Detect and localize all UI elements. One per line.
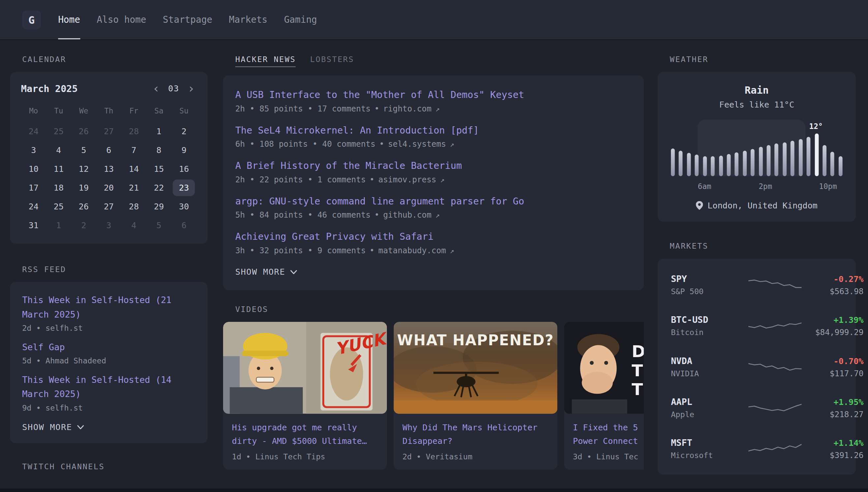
weather-bar xyxy=(831,152,834,176)
calendar-next-icon[interactable]: › xyxy=(186,84,196,94)
svg-text:T: T xyxy=(632,379,643,399)
calendar-day: 28 xyxy=(121,122,146,141)
rss-item-meta: 5d • Ahmad Shadeed xyxy=(22,356,195,365)
rss-item-title[interactable]: This Week in Self-Hosted (21 March 2025) xyxy=(22,293,195,322)
twitch-section-label: TWITCH CHANNELS xyxy=(10,462,208,471)
news-item-title[interactable]: argp: GNU-style command line argument pa… xyxy=(235,194,632,208)
rss-show-more-button[interactable]: SHOW MORE xyxy=(22,422,195,432)
market-row[interactable]: NVDANVIDIA-0.70%$117.70 xyxy=(671,346,843,387)
news-tab-lobsters[interactable]: LOBSTERS xyxy=(310,55,354,67)
calendar-weekday: We xyxy=(71,103,96,118)
calendar-day: 3 xyxy=(96,216,121,235)
calendar-day: 22 xyxy=(146,178,172,197)
rss-widget: This Week in Self-Hosted (21 March 2025)… xyxy=(10,282,208,443)
weather-location: London, United Kingdom xyxy=(708,200,818,211)
app-logo[interactable]: G xyxy=(22,10,41,29)
market-ticker: AAPL xyxy=(671,397,748,407)
calendar-day: 2 xyxy=(172,122,196,141)
video-title[interactable]: His upgrade got me reallydirty - AMD $50… xyxy=(232,421,378,448)
weather-bar xyxy=(727,154,731,176)
calendar-prev-icon[interactable]: ‹ xyxy=(151,84,161,94)
news-tab-hacker-news[interactable]: HACKER NEWS xyxy=(235,55,296,67)
calendar-weekday: Fr xyxy=(121,103,146,118)
rss-item-title[interactable]: This Week in Self-Hosted (14 March 2025) xyxy=(22,373,195,402)
market-ticker-block: MSFTMicrosoft xyxy=(671,438,748,460)
market-sparkline xyxy=(748,357,801,376)
calendar-weekday: Sa xyxy=(146,103,172,118)
market-row[interactable]: AAPLApple+1.95%$218.27 xyxy=(671,387,843,428)
weather-chart: 12° xyxy=(670,123,844,176)
weather-section-label: WEATHER xyxy=(658,55,856,64)
markets-widget: SPYS&P 500-0.27%$563.98BTC-USDBitcoin+1.… xyxy=(658,259,856,474)
market-change: +1.14% xyxy=(801,438,863,448)
calendar-day: 27 xyxy=(96,122,121,141)
market-values: +1.14%$391.26 xyxy=(801,438,863,460)
calendar-day: 5 xyxy=(146,216,172,235)
calendar-header: March 2025 ‹ 03 › xyxy=(21,83,196,94)
video-title[interactable]: I Fixed the 5Power Connect xyxy=(573,421,644,448)
nav-tab-gaming[interactable]: Gaming xyxy=(276,0,325,39)
top-nav: G HomeAlso homeStartpageMarketsGaming xyxy=(0,0,868,40)
nav-tab-also-home[interactable]: Also home xyxy=(88,0,155,39)
market-row[interactable]: MSFTMicrosoft+1.14%$391.26 xyxy=(671,428,843,469)
news-item-source[interactable]: righto.com xyxy=(383,104,432,113)
market-price: $391.26 xyxy=(801,451,863,460)
market-change: -0.27% xyxy=(801,274,863,284)
weather-bar xyxy=(719,155,723,176)
nav-tab-markets[interactable]: Markets xyxy=(221,0,276,39)
video-thumbnail: YUCK xyxy=(223,322,387,414)
weather-bar xyxy=(679,151,683,176)
external-link-icon: ↗ xyxy=(450,140,454,148)
news-item-meta: 2h • 22 points • 1 comments•asimov.press… xyxy=(235,175,632,184)
calendar-title: March 2025 xyxy=(21,83,78,94)
news-item-title[interactable]: The SeL4 Microkernel: An Introduction [p… xyxy=(235,123,632,138)
market-values: +1.95%$218.27 xyxy=(801,397,863,419)
news-item-source[interactable]: sel4.systems xyxy=(388,140,446,148)
calendar-day: 30 xyxy=(172,197,196,216)
news-item-title[interactable]: A Brief History of the Miracle Bacterium xyxy=(235,158,632,173)
weather-bars xyxy=(670,123,844,176)
chevron-down-icon xyxy=(290,270,297,274)
calendar-day: 24 xyxy=(21,197,46,216)
calendar-day: 6 xyxy=(172,216,196,235)
rss-item-meta: 2d • selfh.st xyxy=(22,323,195,333)
market-name: S&P 500 xyxy=(671,287,748,296)
news-item-source[interactable]: github.com xyxy=(383,211,432,219)
news-item-source[interactable]: matanabudy.com xyxy=(378,246,446,255)
video-card[interactable]: WHAT HAPPENED? Why Did The Mars Helicopt… xyxy=(393,322,557,470)
video-card[interactable]: DOTHT I Fixed the 5Power Connect3d • Lin… xyxy=(564,322,644,470)
calendar-day: 29 xyxy=(146,197,172,216)
rss-item-meta: 9d • selfh.st xyxy=(22,403,195,412)
weather-bar xyxy=(783,142,787,176)
news-items: A USB Interface to the "Mother of All De… xyxy=(235,88,632,254)
dashboard: CALENDAR March 2025 ‹ 03 › MoTuWeThFrSaS… xyxy=(0,40,868,479)
nav-tab-startpage[interactable]: Startpage xyxy=(155,0,221,39)
current-temp-label: 12° xyxy=(809,122,823,131)
calendar-weekday: Tu xyxy=(46,103,71,118)
market-sparkline xyxy=(748,316,801,335)
market-name: NVIDIA xyxy=(671,369,748,378)
calendar-nav: ‹ 03 › xyxy=(151,84,197,94)
weather-axis: 6am2pm10pm xyxy=(670,182,844,192)
markets-section-label: MARKETS xyxy=(658,241,856,250)
video-title[interactable]: Why Did The Mars HelicopterDisappear? xyxy=(402,421,548,448)
video-card[interactable]: YUCK His upgrade got me reallydirty - AM… xyxy=(223,322,387,470)
market-row[interactable]: SPYS&P 500-0.27%$563.98 xyxy=(671,264,843,305)
news-item-title[interactable]: Achieving Great Privacy with Safari xyxy=(235,229,632,244)
market-price: $117.70 xyxy=(801,369,863,377)
calendar-day: 6 xyxy=(96,141,121,159)
news-widget: A USB Interface to the "Mother of All De… xyxy=(223,75,644,290)
nav-tab-home[interactable]: Home xyxy=(50,0,88,39)
news-item-title[interactable]: A USB Interface to the "Mother of All De… xyxy=(235,88,632,102)
calendar-day: 8 xyxy=(146,141,172,159)
market-change: -0.70% xyxy=(801,356,863,366)
news-show-more-button[interactable]: SHOW MORE xyxy=(235,267,632,277)
video-thumbnail: WHAT HAPPENED? xyxy=(393,322,557,414)
markets-rows: SPYS&P 500-0.27%$563.98BTC-USDBitcoin+1.… xyxy=(671,264,843,469)
news-item-source[interactable]: asimov.press xyxy=(378,175,436,184)
calendar-day: 26 xyxy=(71,122,96,141)
rss-item-title[interactable]: Self Gap xyxy=(22,340,195,354)
video-meta: 3d • Linus Tec xyxy=(573,452,644,461)
news-item: A USB Interface to the "Mother of All De… xyxy=(235,88,632,113)
market-row[interactable]: BTC-USDBitcoin+1.39%$84,999.29 xyxy=(671,305,843,346)
